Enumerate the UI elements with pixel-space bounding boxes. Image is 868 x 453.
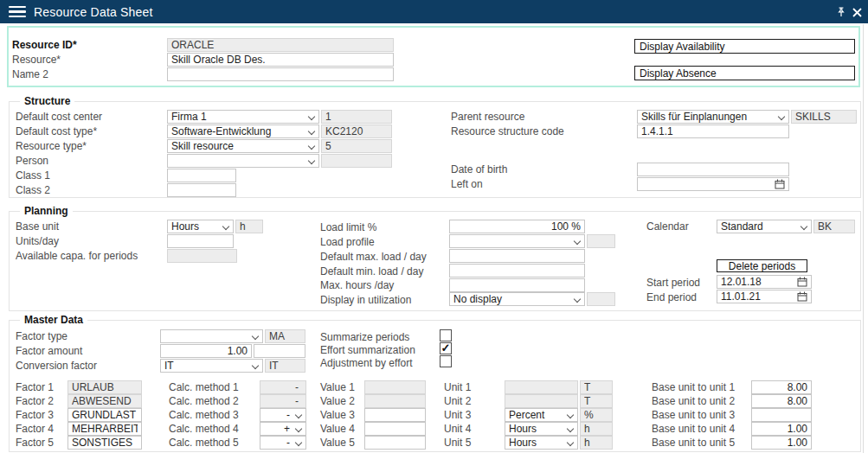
default-max-load-input[interactable] [449, 249, 585, 263]
factor-amount-input[interactable]: 1.00 [160, 344, 252, 358]
default-cost-type-select[interactable]: Software-Entwicklung [167, 124, 319, 138]
factor-2-field: ABWESEND [68, 394, 142, 408]
chevron-down-icon [294, 425, 302, 433]
delete-periods-button[interactable]: Delete periods [717, 259, 807, 272]
resource-type-select[interactable]: Skill resource [167, 139, 319, 153]
base-unit-to-unit-5-input[interactable]: 1.00 [751, 436, 812, 450]
chevron-down-icon [307, 157, 315, 165]
unit-5-label: Unit 5 [444, 436, 471, 450]
value-3-label: Value 3 [320, 408, 355, 422]
resource-type-code-field: 5 [321, 139, 392, 153]
date-of-birth-input[interactable] [637, 163, 789, 176]
chevron-down-icon [222, 223, 229, 231]
unit-2-field [505, 394, 578, 408]
base-unit-to-unit-4-label: Base unit to unit 4 [652, 422, 735, 436]
start-period-label: Start period [646, 276, 700, 290]
units-per-day-label: Units/day [16, 234, 59, 248]
conversion-factor-select[interactable]: IT [160, 359, 263, 373]
factor-type-label: Factor type [16, 329, 68, 343]
calendar-label: Calendar [646, 220, 689, 233]
factor-4-input[interactable]: MEHRARBEIT [68, 422, 142, 436]
calendar-icon[interactable] [797, 277, 807, 287]
hamburger-menu-icon[interactable] [9, 6, 26, 17]
start-period-input[interactable]: 12.01.18 [717, 275, 812, 289]
chevron-down-icon [566, 425, 574, 433]
left-on-label: Left on [451, 177, 483, 191]
close-icon[interactable] [850, 5, 864, 19]
chevron-down-icon [251, 362, 259, 370]
load-limit-input[interactable]: 100 % [449, 220, 585, 233]
unit-5-select[interactable]: Hours [505, 436, 578, 450]
factor-5-input[interactable]: SONSTIGES [68, 436, 142, 450]
default-min-load-input[interactable] [449, 264, 585, 278]
calendar-icon[interactable] [775, 179, 785, 189]
calc-method-5-select[interactable]: - [260, 436, 306, 450]
calc-method-2-label: Calc. method 2 [169, 394, 239, 408]
unit-3-select[interactable]: Percent [505, 408, 578, 422]
base-unit-to-unit-5-label: Base unit to unit 5 [652, 436, 735, 450]
default-cost-center-select[interactable]: Firma 1 [167, 110, 319, 124]
base-unit-code-field: h [235, 220, 263, 233]
calc-method-1-label: Calc. method 1 [169, 380, 239, 394]
display-in-utilization-label: Display in utilization [320, 293, 411, 307]
name2-input[interactable] [167, 67, 394, 81]
base-unit-select[interactable]: Hours [167, 220, 234, 233]
display-in-utilization-select[interactable]: No display [449, 292, 585, 306]
base-unit-to-unit-3-label: Base unit to unit 3 [652, 408, 735, 422]
parent-resource-select[interactable]: Skills für Einplanungen [637, 110, 789, 124]
default-min-load-label: Default min. load / day [320, 265, 423, 278]
display-absence-button[interactable]: Display Absence [634, 66, 855, 80]
load-profile-select[interactable] [449, 234, 585, 248]
calc-method-4-select[interactable]: + [260, 422, 306, 436]
calendar-select[interactable]: Standard [717, 220, 812, 233]
factor-type-select[interactable] [160, 329, 263, 343]
base-unit-to-unit-1-input[interactable]: 8.00 [751, 380, 812, 394]
end-period-input[interactable]: 11.01.21 [717, 290, 812, 303]
resource-structure-code-input[interactable]: 1.4.1.1 [637, 124, 789, 138]
default-cost-type-code-field: KC2120 [321, 124, 392, 138]
calc-method-4-label: Calc. method 4 [169, 422, 239, 436]
chevron-down-icon [294, 412, 302, 419]
value-5-input[interactable] [364, 436, 426, 450]
unit-4-select[interactable]: Hours [505, 422, 578, 436]
effort-summarization-label: Effort summarization [320, 343, 415, 357]
chevron-down-icon [251, 333, 259, 341]
class2-input[interactable] [167, 183, 236, 197]
conversion-factor-code-field: IT [265, 359, 305, 373]
value-1-field [364, 380, 426, 394]
calendar-icon[interactable] [797, 291, 807, 302]
effort-summarization-checkbox[interactable] [440, 342, 452, 354]
value-2-label: Value 2 [320, 394, 355, 408]
calc-method-5-label: Calc. method 5 [169, 436, 239, 450]
unit-5-code-field: h [580, 436, 613, 450]
title-bar: Resource Data Sheet [0, 0, 868, 23]
unit-1-code-field: T [580, 380, 613, 394]
value-3-input[interactable] [364, 408, 426, 422]
base-unit-to-unit-3-input[interactable] [751, 408, 812, 422]
summarize-periods-checkbox[interactable] [440, 329, 452, 341]
adjustment-by-effort-checkbox[interactable] [440, 355, 452, 367]
pin-icon[interactable] [834, 5, 848, 19]
base-unit-to-unit-2-input[interactable]: 8.00 [751, 394, 812, 408]
class1-input[interactable] [167, 169, 236, 182]
resource-name-input[interactable]: Skill Oracle DB Des. [167, 53, 394, 67]
person-select[interactable] [167, 154, 319, 168]
value-5-label: Value 5 [320, 436, 355, 450]
base-unit-to-unit-4-input[interactable]: 1.00 [751, 422, 812, 436]
default-cost-type-label: Default cost type* [16, 124, 97, 138]
units-per-day-input[interactable] [167, 234, 234, 248]
calc-method-3-select[interactable]: - [260, 408, 306, 422]
base-unit-to-unit-2-label: Base unit to unit 2 [652, 394, 735, 408]
parent-resource-label: Parent resource [451, 110, 524, 124]
left-on-input[interactable] [637, 177, 789, 191]
calc-method-3-label: Calc. method 3 [169, 408, 239, 422]
chevron-down-icon [777, 113, 785, 121]
chevron-down-icon [566, 439, 574, 447]
display-availability-button[interactable]: Display Availability [634, 39, 855, 54]
max-hours-day-input[interactable] [449, 278, 585, 292]
load-profile-code-field [587, 234, 615, 248]
value-4-input[interactable] [364, 422, 426, 436]
factor-type-code-field: MA [265, 329, 305, 343]
factor-3-input[interactable]: GRUNDLAST [68, 408, 142, 422]
chevron-down-icon [307, 128, 315, 136]
